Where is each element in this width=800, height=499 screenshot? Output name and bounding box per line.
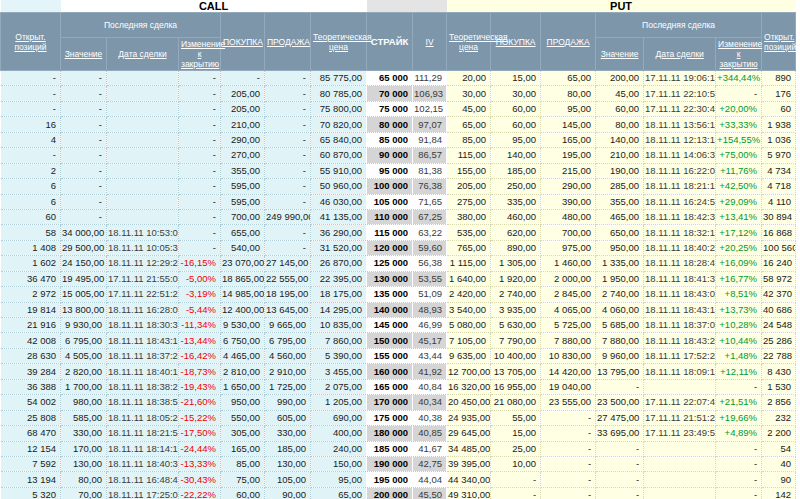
iv-cell: 40,84	[413, 379, 447, 394]
call-open-interest-header[interactable]: Открыт. позиций	[1, 13, 61, 71]
call-ask-cell: 6 795,00	[265, 333, 311, 348]
call-open-interest-cell: -	[1, 101, 61, 116]
call-theo-price-cell: 50 960,00	[311, 179, 367, 194]
put-last-date-cell: 18.11.11 14:06:34	[644, 148, 716, 163]
iv-cell: 59,60	[413, 240, 447, 255]
put-last-value-cell: -	[596, 456, 644, 471]
table-row: 42 0086 795,0018.11.11 18:43:12-13,44%6 …	[1, 333, 796, 348]
call-ask-cell: -	[265, 117, 311, 132]
put-change-cell: +11,76%	[716, 163, 762, 178]
call-ask-header[interactable]: ПРОДАЖА	[265, 13, 311, 71]
table-row: 2--355,00-55 910,0095 00081,38155,00185,…	[1, 163, 796, 178]
put-last-date-cell: 18.11.11 18:40:20	[644, 240, 716, 255]
put-bid-cell: 60,00	[491, 101, 541, 116]
put-bid-cell: 3 935,00	[491, 302, 541, 317]
call-change-cell: -	[179, 240, 221, 255]
put-open-interest-cell: 890	[762, 71, 796, 86]
put-open-interest-cell: 4 734	[762, 163, 796, 178]
put-bid-header[interactable]: ПОКУПКА	[491, 13, 541, 71]
call-open-interest-cell: 60	[1, 209, 61, 224]
strike-section-spacer	[367, 0, 447, 13]
strike-cell: 120 000	[367, 240, 413, 255]
put-last-value-cell: 650,00	[596, 225, 644, 240]
put-change-header[interactable]: Изменение к закрытию	[716, 38, 762, 71]
put-bid-cell: 2 740,00	[491, 287, 541, 302]
put-value-header[interactable]: Значение	[596, 38, 644, 71]
put-theo-header[interactable]: Теоретическая цена	[447, 13, 491, 71]
table-row: 4--290,00-65 840,0085 00091,8485,0095,00…	[1, 132, 796, 147]
iv-cell: 41,67	[413, 441, 447, 456]
call-theo-price-cell: 7 860,00	[311, 333, 367, 348]
put-bid-cell: 5 630,00	[491, 318, 541, 333]
call-last-value-cell: -	[61, 71, 107, 86]
strike-cell: 110 000	[367, 209, 413, 224]
put-theo-price-cell: 535,00	[447, 225, 491, 240]
call-change-cell: -	[179, 225, 221, 240]
iv-header[interactable]: IV	[413, 13, 447, 71]
call-bid-cell: 305,00	[221, 426, 265, 441]
put-last-value-cell: 465,00	[596, 209, 644, 224]
put-change-cell: -	[716, 86, 762, 101]
iv-cell: 71,65	[413, 194, 447, 209]
put-last-value-cell: 1 950,00	[596, 271, 644, 286]
call-date-header[interactable]: Дата сделки	[107, 38, 179, 71]
call-theo-price-cell: 10 835,00	[311, 318, 367, 333]
put-last-date-cell: 18.11.11 18:43:14	[644, 302, 716, 317]
table-row: 1 60224 150,0018.11.11 12:29:25-16,15%23…	[1, 256, 796, 271]
strike-cell: 130 000	[367, 271, 413, 286]
call-last-value-cell: 80,00	[61, 472, 107, 487]
table-row: 5834 000,0018.11.11 10:53:03-655,00-36 2…	[1, 225, 796, 240]
put-ask-cell: -	[541, 410, 596, 425]
call-open-interest-cell: 7 592	[1, 456, 61, 471]
table-row: 19 81413 800,0018.11.11 16:28:00-5,44%12…	[1, 302, 796, 317]
call-last-date-cell	[107, 148, 179, 163]
put-last-value-cell: -	[596, 487, 644, 499]
put-bid-cell: 13 705,00	[491, 364, 541, 379]
strike-cell: 85 000	[367, 132, 413, 147]
put-theo-price-cell: 1 640,00	[447, 271, 491, 286]
call-last-value-cell: 330,00	[61, 426, 107, 441]
put-theo-price-cell: 34 485,00	[447, 441, 491, 456]
strike-cell: 150 000	[367, 333, 413, 348]
call-change-cell: -	[179, 101, 221, 116]
put-theo-price-cell: 30,00	[447, 86, 491, 101]
call-change-cell: -	[179, 148, 221, 163]
table-row: 5 32070,0018.11.11 17:25:01-22,22%60,009…	[1, 487, 796, 499]
call-bid-cell: 14 985,00	[221, 287, 265, 302]
call-theo-price-cell: 240,00	[311, 441, 367, 456]
call-bid-cell: 210,00	[221, 117, 265, 132]
call-value-header[interactable]: Значение	[61, 38, 107, 71]
call-last-date-cell: 18.11.11 18:38:20	[107, 379, 179, 394]
put-change-cell: -	[716, 441, 762, 456]
call-ask-cell: 185,00	[265, 441, 311, 456]
put-theo-price-cell: 20,00	[447, 71, 491, 86]
strike-cell: 75 000	[367, 101, 413, 116]
call-bid-header[interactable]: ПОКУПКА	[221, 13, 265, 71]
call-open-interest-cell: 68 470	[1, 426, 61, 441]
put-open-interest-header[interactable]: Открыт. позиций	[762, 13, 796, 71]
put-last-date-cell: 18.11.11 12:13:17	[644, 132, 716, 147]
put-open-interest-cell: 40 686	[762, 302, 796, 317]
options-board: CALL PUT Открыт. позиций Последняя сделк…	[0, 0, 800, 499]
call-bid-cell: 655,00	[221, 225, 265, 240]
call-change-cell: -5,00%	[179, 271, 221, 286]
put-ask-cell: -	[541, 441, 596, 456]
put-bid-cell: 7 790,00	[491, 333, 541, 348]
call-theo-price-cell: 5 390,00	[311, 348, 367, 363]
put-ask-header[interactable]: ПРОДАЖА	[541, 13, 596, 71]
put-bid-cell: 15,00	[491, 426, 541, 441]
put-date-header[interactable]: Дата сделки	[644, 38, 716, 71]
call-change-cell: -15,22%	[179, 410, 221, 425]
table-row: 12 154170,0018.11.11 18:14:13-24,44%165,…	[1, 441, 796, 456]
put-bid-cell: 10,00	[491, 456, 541, 471]
put-last-value-cell: 1 335,00	[596, 256, 644, 271]
iv-cell: 81,38	[413, 163, 447, 178]
put-ask-cell: 195,00	[541, 148, 596, 163]
put-bid-cell: 1 920,00	[491, 271, 541, 286]
put-section-title: PUT	[447, 0, 796, 13]
call-last-value-cell: 15 005,00	[61, 287, 107, 302]
call-open-interest-cell: 6	[1, 194, 61, 209]
call-theo-header[interactable]: Теоретическая цена	[311, 13, 367, 71]
call-change-header[interactable]: Изменение к закрытию	[179, 38, 221, 71]
iv-cell: 46,99	[413, 318, 447, 333]
